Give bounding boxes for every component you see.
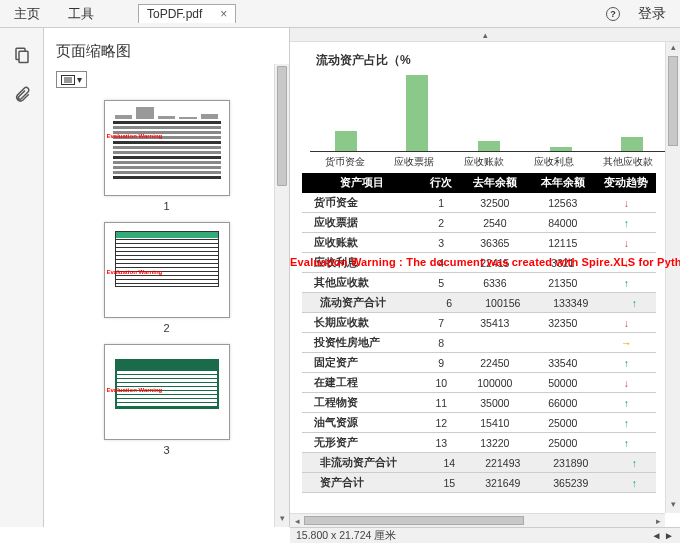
trend-cell: ↓ — [597, 373, 656, 393]
table-row: 资产合计15321649365239↑ — [302, 473, 656, 493]
column-header: 变动趋势 — [597, 173, 656, 193]
table-cell: 365239 — [529, 473, 597, 493]
thumbnail-options-button[interactable]: ▾ — [56, 71, 87, 88]
tab-home[interactable]: 主页 — [0, 1, 54, 27]
scroll-right-icon[interactable]: ▸ — [651, 514, 665, 527]
table-cell: 36365 — [461, 233, 529, 253]
content-scroll-up[interactable]: ▴ — [290, 28, 680, 42]
trend-cell: ↓ — [597, 193, 656, 213]
table-cell: 133349 — [529, 293, 597, 313]
table-cell: 在建工程 — [302, 373, 422, 393]
table-cell: 2 — [422, 213, 461, 233]
table-row: 其他应收款5633621350↑ — [302, 273, 656, 293]
table-cell: 221493 — [461, 453, 529, 473]
table-cell: 22450 — [461, 353, 529, 373]
scrollbar-thumb[interactable] — [304, 516, 524, 525]
table-cell: 100000 — [461, 373, 529, 393]
chevron-down-icon: ▾ — [77, 74, 82, 85]
file-tab-name: ToPDF.pdf — [147, 7, 202, 21]
scrollbar-thumb[interactable] — [668, 56, 678, 146]
file-tab[interactable]: ToPDF.pdf × — [138, 4, 236, 23]
help-icon[interactable]: ? — [606, 7, 620, 21]
table-cell: 33540 — [529, 353, 597, 373]
page-thumbnail-3[interactable]: Evaluation Warning — [104, 344, 230, 440]
table-cell: 2540 — [461, 213, 529, 233]
table-cell: 66000 — [529, 393, 597, 413]
table-cell: 13 — [422, 433, 461, 453]
trend-cell: ↑ — [597, 353, 656, 373]
table-cell: 1 — [422, 193, 461, 213]
left-rail — [0, 28, 44, 527]
thumbnails-icon[interactable] — [13, 46, 31, 64]
bar-chart: 货币资金应收票据应收账款应收利息其他应收款 — [310, 71, 668, 169]
column-header: 去年余额 — [461, 173, 529, 193]
chart-bar — [335, 131, 357, 151]
tab-tools[interactable]: 工具 — [54, 1, 108, 27]
table-cell: 油气资源 — [302, 413, 422, 433]
trend-cell: ↑ — [597, 393, 656, 413]
scroll-down-icon[interactable]: ▾ — [275, 513, 289, 527]
thumbnail-list: Evaluation Warning 1 Evaluation Warning … — [52, 96, 281, 517]
chart-x-label: 应收利息 — [534, 155, 574, 169]
table-cell: 流动资产合计 — [302, 293, 422, 313]
trend-cell: ↑ — [597, 453, 656, 473]
table-row: 无形资产131322025000↑ — [302, 433, 656, 453]
table-cell: 5 — [422, 273, 461, 293]
vertical-scrollbar[interactable]: ▴ ▾ — [665, 42, 680, 513]
table-cell: 货币资金 — [302, 193, 422, 213]
sidebar-title: 页面缩略图 — [52, 38, 281, 71]
table-row: 流动资产合计6100156133349↑ — [302, 293, 656, 313]
table-row: 固定资产92245033540↑ — [302, 353, 656, 373]
table-cell: 非流动资产合计 — [302, 453, 422, 473]
thumb-number: 3 — [163, 444, 169, 456]
table-cell: 35000 — [461, 393, 529, 413]
thumb-number: 1 — [163, 200, 169, 212]
close-icon[interactable]: × — [220, 7, 227, 21]
table-cell: 固定资产 — [302, 353, 422, 373]
chart-x-label: 其他应收款 — [603, 155, 653, 169]
page-thumbnail-2[interactable]: Evaluation Warning — [104, 222, 230, 318]
table-row: 工程物资113500066000↑ — [302, 393, 656, 413]
table-row: 应收账款33636512115↓ — [302, 233, 656, 253]
table-cell: 84000 — [529, 213, 597, 233]
table-cell: 321649 — [461, 473, 529, 493]
table-row: 油气资源121541025000↑ — [302, 413, 656, 433]
sidebar: 页面缩略图 ▾ Evaluation Warning 1 Evaluation … — [44, 28, 290, 527]
table-cell: 其他应收款 — [302, 273, 422, 293]
table-cell: 13220 — [461, 433, 529, 453]
scroll-down-icon[interactable]: ▾ — [666, 499, 680, 513]
trend-cell: ↑ — [597, 413, 656, 433]
table-cell: 15 — [422, 473, 461, 493]
column-header: 本年余额 — [529, 173, 597, 193]
table-cell: 7 — [422, 313, 461, 333]
table-cell: 15410 — [461, 413, 529, 433]
attachment-icon[interactable] — [13, 86, 31, 104]
sidebar-scrollbar[interactable]: ▾ — [274, 64, 289, 527]
table-cell: 32500 — [461, 193, 529, 213]
table-cell — [529, 333, 597, 353]
scroll-left-icon[interactable]: ◂ — [290, 514, 304, 527]
table-cell: 应收票据 — [302, 213, 422, 233]
chart-title: 流动资产占比（% — [316, 52, 680, 69]
table-row: 长期应收款73541332350↓ — [302, 313, 656, 333]
horizontal-scrollbar[interactable]: ◂ ▸ — [290, 513, 665, 527]
scroll-up-icon[interactable]: ▴ — [666, 42, 680, 56]
table-cell: 12 — [422, 413, 461, 433]
table-cell: 32350 — [529, 313, 597, 333]
trend-cell: ↓ — [597, 313, 656, 333]
status-arrows[interactable]: ◄ ► — [651, 530, 680, 541]
login-link[interactable]: 登录 — [638, 5, 666, 23]
column-header: 资产项目 — [302, 173, 422, 193]
page-thumbnail-1[interactable]: Evaluation Warning — [104, 100, 230, 196]
chart-bar — [406, 75, 428, 151]
scrollbar-thumb[interactable] — [277, 66, 287, 186]
table-cell: 无形资产 — [302, 433, 422, 453]
table-cell: 9 — [422, 353, 461, 373]
status-bar: 15.800 x 21.724 厘米 ◄ ► — [290, 527, 680, 543]
chart-x-label: 货币资金 — [325, 155, 365, 169]
chart-x-label: 应收票据 — [394, 155, 434, 169]
table-row: 应收票据2254084000↑ — [302, 213, 656, 233]
table-cell: 长期应收款 — [302, 313, 422, 333]
chart-x-label: 应收账款 — [464, 155, 504, 169]
trend-cell: ↑ — [597, 293, 656, 313]
